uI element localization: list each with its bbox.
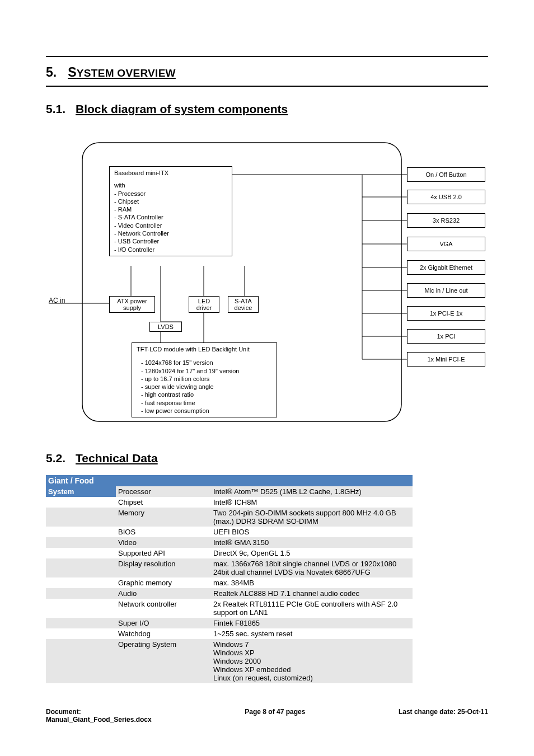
section-number: 5. [46,65,57,80]
right-box-5: Mic in / Line out [407,283,485,298]
table-row: ChipsetIntel® ICH8M [46,497,413,508]
table-header: Giant / Food [46,475,413,486]
baseboard-box: Baseboard mini-ITX with - Processor- Chi… [109,166,232,256]
section-title: SYSTEM OVERVIEW [68,65,176,80]
led-box: LED driver [189,296,219,313]
table-row: Operating SystemWindows 7 Windows XP Win… [46,639,413,683]
footer-center: Page 8 of 47 pages [245,708,305,724]
table-row: MemoryTwo 204-pin SO-DIMM sockets suppor… [46,508,413,527]
table-row: Graphic memorymax. 384MB [46,577,413,588]
baseboard-items: - Processor- Chipset- RAM- S-ATA Control… [114,190,227,253]
table-row: Display resolutionmax. 1366x768 18bit si… [46,558,413,577]
footer-left: Document: Manual_Giant_Food_Series.docx [46,708,152,724]
right-box-4: 2x Gigabit Ethernet [407,260,485,275]
sata-box: S-ATA device [228,296,259,313]
subsection-5-1: 5.1. Block diagram of system components [46,102,488,116]
subsection-title: Technical Data [76,452,158,465]
top-rule [46,56,488,57]
right-box-2: 3x RS232 [407,213,485,228]
subsection-number: 5.1. [46,102,65,116]
table-row: Watchdog1~255 sec. system reset [46,628,413,639]
subsection-number: 5.2. [46,452,65,465]
table-row: Super I/OFintek F81865 [46,618,413,628]
ac-in-label: AC in [49,297,65,304]
table-row: BIOSUEFI BIOS [46,527,413,537]
baseboard-with: with [114,181,227,189]
right-box-3: VGA [407,237,485,251]
right-box-6: 1x PCI-E 1x [407,306,485,321]
table-row: AudioRealtek ALC888 HD 7.1 channel audio… [46,588,413,599]
table-row: Network controller2x Realtek RTL8111E PC… [46,599,413,618]
footer-right: Last change date: 25-Oct-11 [399,708,488,724]
technical-data-table: Giant / Food SystemProcessorIntel® Atom™… [46,475,413,683]
tft-title: TFT-LCD module with LED Backlight Unit [137,345,272,353]
right-box-8: 1x Mini PCI-E [407,352,485,367]
bottom-rule [46,86,488,87]
table-row: SystemProcessorIntel® Atom™ D525 (1MB L2… [46,486,413,497]
atx-box: ATX power supply [109,296,155,313]
table-row: Supported APIDirectX 9c, OpenGL 1.5 [46,548,413,558]
right-box-0: On / Off Button [407,167,485,182]
table-row: VideoIntel® GMA 3150 [46,537,413,548]
block-diagram: AC in Baseboard mini-ITX with - Processo… [49,138,485,424]
right-box-1: 4x USB 2.0 [407,190,485,204]
baseboard-title: Baseboard mini-ITX [114,169,227,177]
tft-items: - 1024x768 for 15" version- 1280x1024 fo… [137,359,272,415]
lvds-box: LVDS [149,322,182,332]
section-heading: 5. SYSTEM OVERVIEW [46,65,488,80]
right-box-7: 1x PCI [407,329,485,344]
subsection-5-2: 5.2. Technical Data [46,452,488,465]
tft-box: TFT-LCD module with LED Backlight Unit -… [132,342,277,417]
subsection-title: Block diagram of system components [76,102,288,116]
page-footer: Document: Manual_Giant_Food_Series.docx … [46,708,488,724]
